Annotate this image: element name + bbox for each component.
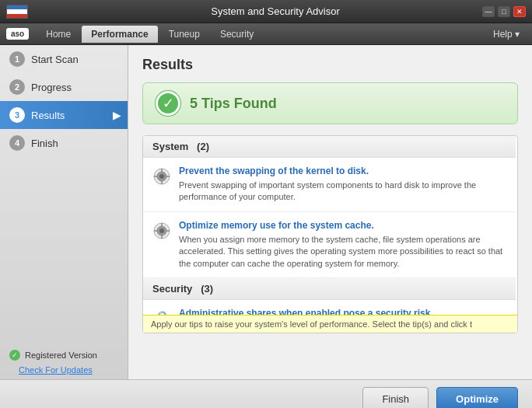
sidebar: 1 Start Scan 2 Progress 3 Results ▶ 4 Fi… [0, 45, 128, 379]
finish-button[interactable]: Finish [362, 387, 429, 408]
menu-performance[interactable]: Performance [82, 26, 157, 43]
minimize-button[interactable]: — [482, 6, 495, 17]
flag-icon [6, 5, 28, 19]
security-section-title: Security (3) [152, 283, 213, 295]
menu-home[interactable]: Home [37, 26, 80, 43]
tip-item-kernel[interactable]: Prevent the swapping of the kernel to di… [143, 158, 516, 212]
window-controls: — □ ✕ [482, 6, 526, 17]
tip-title-kernel: Prevent the swapping of the kernel to di… [179, 166, 506, 176]
sidebar-item-start-scan[interactable]: 1 Start Scan [0, 45, 128, 73]
sidebar-item-progress[interactable]: 2 Progress [0, 73, 128, 101]
tips-count: 5 Tips Found [190, 96, 277, 112]
tip-title-memory: Optimize memory use for the system cache… [179, 220, 506, 231]
content-area: Results ✓ 5 Tips Found System (2) [128, 45, 532, 379]
tip-content-memory: Optimize memory use for the system cache… [179, 220, 506, 270]
page-title: Results [142, 57, 518, 73]
step-4-label: Finish [31, 138, 58, 149]
registered-check-icon: ✓ [9, 350, 20, 361]
maximize-button[interactable]: □ [498, 6, 510, 17]
step-3-label: Results [31, 110, 65, 121]
window-title: System and Security Advisor [68, 5, 482, 17]
tip-desc-kernel: Prevent swapping of important system com… [179, 180, 506, 204]
tooltip-bar: Apply our tips to raise your system's le… [143, 315, 517, 333]
optimize-button[interactable]: Optimize [436, 387, 518, 408]
tip-item-memory[interactable]: Optimize memory use for the system cache… [143, 212, 516, 278]
main-layout: 1 Start Scan 2 Progress 3 Results ▶ 4 Fi… [0, 45, 532, 379]
tip-desc-memory: When you assign more memory to the syste… [179, 234, 506, 270]
step-2-label: Progress [31, 82, 72, 93]
system-tip-icon-1 [152, 167, 171, 186]
tips-banner: ✓ 5 Tips Found [142, 82, 518, 124]
system-tip-icon-2 [152, 221, 171, 240]
sidebar-item-results[interactable]: 3 Results ▶ [0, 101, 128, 129]
menu-bar: aso Home Performance Tuneup Security Hel… [0, 23, 532, 45]
footer: Finish Optimize [0, 379, 532, 408]
security-section-header: Security (3) [143, 278, 516, 300]
system-section-title: System (2) [152, 141, 209, 152]
menu-help[interactable]: Help ▾ [487, 26, 526, 43]
step-2-badge: 2 [9, 79, 25, 95]
app-logo: aso [6, 28, 29, 40]
close-button[interactable]: ✕ [513, 6, 526, 17]
svg-point-2 [159, 174, 164, 179]
arrow-icon: ▶ [113, 109, 121, 121]
menu-security[interactable]: Security [211, 26, 263, 43]
step-4-badge: 4 [9, 135, 25, 151]
sidebar-item-finish[interactable]: 4 Finish [0, 129, 128, 157]
results-scroll-area[interactable]: System (2) [143, 136, 517, 333]
step-1-badge: 1 [9, 51, 25, 67]
check-updates-link[interactable]: Check For Updates [9, 365, 118, 375]
step-3-badge: 3 [9, 107, 25, 123]
svg-point-9 [159, 228, 164, 233]
registered-label: Registered Version [25, 350, 97, 360]
menu-tuneup[interactable]: Tuneup [159, 26, 209, 43]
registered-status: ✓ Registered Version [9, 350, 118, 361]
step-1-label: Start Scan [31, 54, 79, 65]
results-panel: System (2) [142, 135, 518, 333]
system-section-header: System (2) [143, 136, 516, 158]
tips-check-icon: ✓ [156, 91, 180, 116]
title-bar: System and Security Advisor — □ ✕ [0, 0, 532, 23]
tip-content-kernel: Prevent the swapping of the kernel to di… [179, 166, 506, 204]
